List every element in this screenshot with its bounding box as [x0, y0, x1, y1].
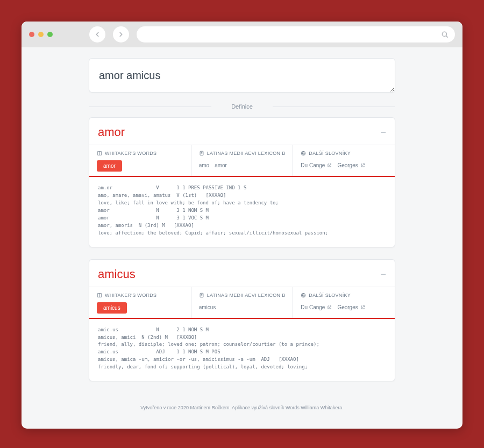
globe-icon: [301, 151, 306, 156]
chip[interactable]: amo: [199, 160, 209, 170]
external-link-georges[interactable]: Georges: [337, 160, 365, 170]
maximize-icon[interactable]: [47, 32, 53, 37]
chip[interactable]: amicus: [199, 302, 216, 312]
browser-window: amor amicus Definice amor − WHITAKER'S W…: [22, 22, 462, 429]
globe-icon: [301, 293, 306, 298]
source-latinas-label: LATINAS MEDII AEVI LEXICON BOHEMORUM: [199, 293, 286, 298]
definition-text: amic.us N 2 1 NOM S M amicus, amici N (2…: [89, 319, 395, 381]
source-latinas-label: LATINAS MEDII AEVI LEXICON BOHEMORUM: [199, 151, 286, 156]
browser-chrome: [22, 22, 462, 47]
back-button[interactable]: [89, 26, 105, 42]
entry-title: amor: [98, 125, 125, 139]
scroll-icon: [199, 151, 204, 156]
source-whitakers-label: WHITAKER'S WORDS: [97, 293, 183, 298]
url-input[interactable]: [143, 31, 441, 38]
app-body: amor amicus Definice amor − WHITAKER'S W…: [22, 47, 462, 429]
external-link-ducange[interactable]: Du Cange: [301, 302, 332, 312]
external-link-icon: [360, 163, 365, 168]
source-other-label: DALŠÍ SLOVNÍKY: [301, 151, 387, 156]
footer-credit: Vytvořeno v roce 2020 Martinem Ročkem. A…: [89, 393, 395, 414]
entry-title: amicus: [98, 267, 136, 281]
collapse-button[interactable]: −: [380, 269, 386, 279]
search-icon: [441, 31, 449, 38]
external-link-ducange[interactable]: Du Cange: [301, 160, 332, 170]
scroll-icon: [199, 293, 204, 298]
query-input[interactable]: amor amicus: [99, 68, 385, 82]
arrow-left-icon: [94, 31, 101, 38]
chip-active[interactable]: amor: [97, 160, 122, 172]
minimize-icon[interactable]: [38, 32, 44, 37]
source-whitakers-label: WHITAKER'S WORDS: [97, 151, 183, 156]
definition-text: am.or V 1 1 PRES PASSIVE IND 1 S amo, am…: [89, 177, 395, 247]
entry-card: amor − WHITAKER'S WORDS amor: [89, 117, 395, 247]
arrow-right-icon: [117, 31, 125, 38]
book-icon: [97, 293, 102, 298]
chip[interactable]: amor: [215, 160, 227, 170]
svg-line-1: [446, 36, 448, 38]
forward-button[interactable]: [113, 26, 129, 42]
close-icon[interactable]: [29, 32, 34, 37]
collapse-button[interactable]: −: [380, 127, 386, 137]
entry-card: amicus − WHITAKER'S WORDS amicus: [89, 259, 395, 382]
book-icon: [97, 151, 102, 156]
chip-active[interactable]: amicus: [97, 302, 127, 314]
search-card[interactable]: amor amicus: [89, 58, 395, 93]
external-link-icon: [360, 305, 365, 310]
external-link-georges[interactable]: Georges: [337, 302, 365, 312]
external-link-icon: [327, 163, 332, 168]
section-label: Definice: [89, 103, 395, 110]
source-other-label: DALŠÍ SLOVNÍKY: [301, 293, 387, 298]
window-controls: [29, 32, 53, 37]
external-link-icon: [327, 305, 332, 310]
url-bar[interactable]: [137, 26, 455, 42]
